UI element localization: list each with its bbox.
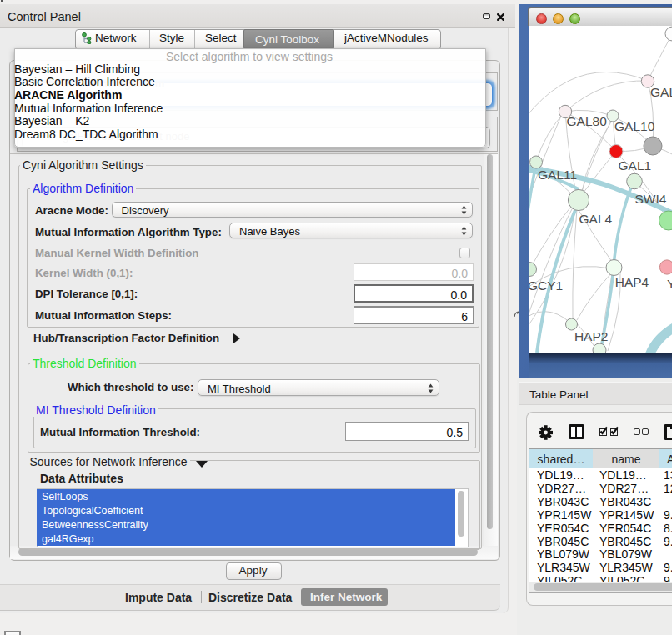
svg-text:GAL4: GAL4 — [579, 212, 613, 226]
svg-text:GAL80: GAL80 — [567, 114, 608, 128]
svg-text:GAL7: GAL7 — [650, 85, 672, 99]
svg-text:HAP4: HAP4 — [615, 275, 649, 289]
svg-text:GAL10: GAL10 — [614, 119, 655, 133]
svg-text:SWI4: SWI4 — [635, 192, 667, 206]
svg-text:Y: Y — [667, 277, 672, 291]
svg-text:GCY1: GCY1 — [529, 278, 563, 292]
svg-text:GAL11: GAL11 — [538, 168, 577, 182]
svg-text:HAP2: HAP2 — [574, 329, 609, 343]
svg-text:GAL1: GAL1 — [619, 158, 652, 172]
